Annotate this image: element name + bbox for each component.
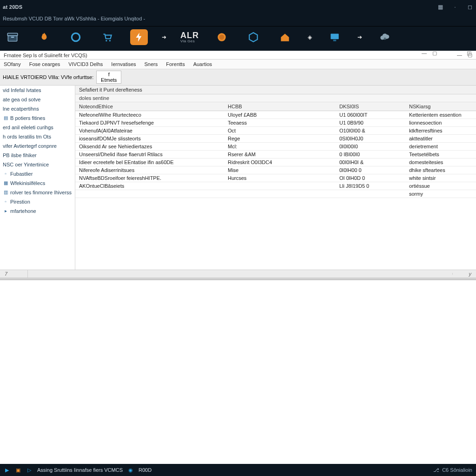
ribbon-item-cart[interactable] <box>99 29 116 45</box>
doc-icon: ▤ <box>3 115 8 121</box>
breadcrumb: Resubmsh VCUD DB Tonr aWk VSshhlia - Eio… <box>0 14 476 26</box>
table-cell: Nifereofe Adiserrinitsues <box>75 166 224 174</box>
taskbar: ▶ ▣ ▷ Assing Sruttiins Iinnafse fiers VC… <box>0 464 476 476</box>
taskbar-badge: R00D <box>139 467 152 473</box>
bookmark-icon[interactable]: ◫ <box>467 50 471 56</box>
sidebar-item[interactable]: lne ecatpertihns <box>0 104 75 113</box>
sidebar-item[interactable]: ▦Wfekinisilfélecs <box>0 178 75 188</box>
column-header[interactable]: NSKiarsg <box>405 102 476 111</box>
page-icon: ▥ <box>3 190 8 195</box>
ribbon-item-archive[interactable] <box>4 29 21 45</box>
table-cell <box>336 190 405 198</box>
menu-item[interactable]: VIVCID3 Delhs <box>68 61 103 67</box>
table-cell: NVAftseBDSroeifoer feiereshHITPE. <box>75 174 224 182</box>
table-cell: U1 0B9/90 <box>336 119 405 127</box>
sidebar-item[interactable]: vid Infefal Ivtates <box>0 86 75 95</box>
menu-item[interactable]: Sners <box>145 61 158 67</box>
ribbon-alr[interactable]: ALR Via Ges <box>180 32 199 43</box>
branch-icon[interactable]: ⎇ <box>433 467 439 473</box>
sidebar-item[interactable]: ▸mfartehone <box>0 206 75 216</box>
status-left: 7 <box>0 270 28 278</box>
cart-icon <box>101 31 113 43</box>
sidebar-item[interactable]: PB ilsbe fihiker <box>0 151 75 160</box>
ribbon-item-coin[interactable] <box>213 29 231 45</box>
maximize-icon-2[interactable]: ▢ <box>432 50 437 56</box>
sidebar-item[interactable]: ▥rolver tes finmonre Ihiverss <box>0 188 75 197</box>
window-icon[interactable]: ◻ <box>467 4 473 10</box>
ribbon-item-monitor[interactable] <box>326 29 344 45</box>
table-row[interactable]: Oiksendd Ar see NehiediertazesMcl:0I0I00… <box>75 143 476 151</box>
menu-item[interactable]: Iernvatises <box>111 61 136 67</box>
toolbar-label: HIAILE VRTOIERD VIlla: VVfe orfurttse: <box>3 74 93 80</box>
sidebar-item[interactable]: h ords Ieratilis tm Ots <box>0 132 75 141</box>
sidebar-item[interactable]: ▫Pirestion <box>0 197 75 206</box>
table-cell <box>75 190 224 198</box>
table-row[interactable]: Tiekaord DJPNVT hresefsefengeTeeaessU1 0… <box>75 119 476 127</box>
sidebar-item[interactable]: ate gea od sotve <box>0 95 75 104</box>
ribbon-item-orange-square[interactable] <box>130 29 148 45</box>
play-icon[interactable]: ▶ <box>4 467 10 473</box>
table-row[interactable]: ioseansifDOMJe slissteortsRege0SI0IH0J0a… <box>75 135 476 143</box>
table-cell: 0 IBI00I0 <box>336 151 405 159</box>
ribbon-item-flame[interactable] <box>35 29 53 45</box>
table-cell: Ketterientem essention <box>405 111 476 119</box>
ribbon-item-cloud[interactable] <box>376 29 394 45</box>
table-cell: ioseansifDOMJe slissteorts <box>75 135 224 143</box>
table-cell: VohenufA(AI0Atfateirae <box>75 127 224 135</box>
ribbon-item-house[interactable] <box>276 29 294 45</box>
table-row[interactable]: NefeonelWihe RlurtecteecoUloyef £ABBU1 0… <box>75 111 476 119</box>
menu-item[interactable]: SOfany <box>4 61 21 67</box>
minimize-icon-2[interactable]: — <box>422 50 427 56</box>
menu-item[interactable]: Forentts <box>166 61 185 67</box>
globe-icon[interactable]: ◉ <box>127 467 134 473</box>
arrow-right-icon: ➜ <box>162 34 166 40</box>
toolbar-filter-button[interactable]: f Etmets <box>96 71 121 84</box>
svg-point-5 <box>109 40 111 41</box>
ribbon-item-nut[interactable] <box>245 29 262 45</box>
diamond-icon: ◈ <box>308 34 312 40</box>
menu-item[interactable]: Fose cearges <box>29 61 60 67</box>
nut-icon <box>247 31 259 43</box>
table-cell: dhike sfteartees <box>405 166 476 174</box>
table-cell <box>224 190 336 198</box>
bolt-icon <box>133 31 145 43</box>
table-cell: Tiekaord DJPNVT hresefsefenge <box>75 119 224 127</box>
table-cell: ktkfterresftines <box>405 127 476 135</box>
column-header[interactable]: DKSI0IS <box>336 102 405 111</box>
table-cell: aktteatitler <box>405 135 476 143</box>
table-row[interactable]: Nifereofe AdiserrinitsuesMise0I0IH00 0dh… <box>75 166 476 174</box>
sidebar-item[interactable]: NSC oer Yintertinice <box>0 160 75 169</box>
table-row[interactable]: sormy <box>75 190 476 198</box>
taskbar-item[interactable]: Assing Sruttiins Iinnafse fiers VCMCS <box>37 467 123 473</box>
flame-icon <box>38 31 50 43</box>
grid-icon[interactable]: ▦ <box>437 4 443 10</box>
sidebar-item[interactable]: vifer Avtiertegrf conpnre <box>0 141 75 151</box>
table-cell: Rserer &AM <box>224 151 336 159</box>
alr-subtitle: Via Ges <box>180 39 195 43</box>
coin-icon <box>216 31 228 43</box>
sidebar-item[interactable]: erd anil eileleti curihgs <box>0 123 75 132</box>
column-header[interactable]: NoteondEthìce <box>75 102 224 111</box>
svg-rect-2 <box>11 37 14 38</box>
sidebar-item[interactable]: ▫Fubastlier <box>0 169 75 178</box>
table-row[interactable]: Idieer ecreetefe bel EEntatise ifin as60… <box>75 159 476 166</box>
monitor-icon <box>329 31 341 43</box>
ribbon-item-circle[interactable] <box>67 29 85 45</box>
table-row[interactable]: NVAftseBDSroeifoer feiereshHITPE.Hurcses… <box>75 174 476 182</box>
table-cell: Hurcses <box>224 174 336 182</box>
sidebar-item[interactable]: ▤B potiers fitines <box>0 113 75 123</box>
table-cell <box>224 182 336 190</box>
table-cell: sormy <box>405 190 476 198</box>
column-header[interactable]: HCBB <box>224 102 336 111</box>
table-row[interactable]: Unseersl/Dhelid ifase flaerutrl RtilacsR… <box>75 151 476 159</box>
archive-box-icon <box>7 31 19 43</box>
dot-icon[interactable]: · <box>452 4 458 10</box>
status-middle <box>28 273 453 275</box>
table-cell: Teeaess <box>224 119 336 127</box>
triangle-icon[interactable]: ▷ <box>26 467 33 473</box>
table-row[interactable]: AKOntueClBâseietsLli J8I19D5 0ortiéssue <box>75 182 476 190</box>
ring-icon <box>70 31 82 43</box>
table-row[interactable]: VohenufA(AI0AtfateiraeOctO10I0I00 &ktkft… <box>75 127 476 135</box>
menu-item[interactable]: Auartios <box>193 61 212 67</box>
square-orange-icon[interactable]: ▣ <box>15 467 21 473</box>
